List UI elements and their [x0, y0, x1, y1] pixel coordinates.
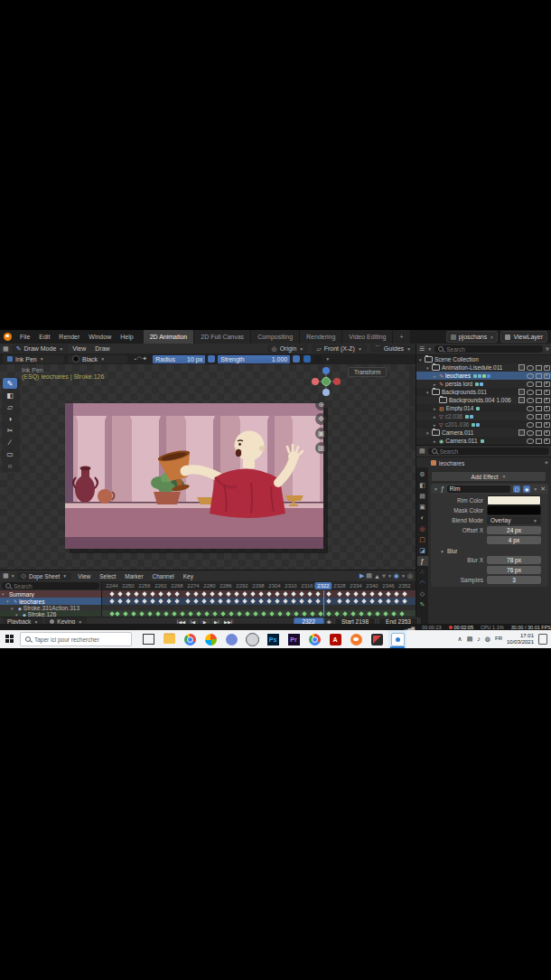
keyframe-object[interactable] — [201, 598, 207, 604]
outliner-item-label[interactable]: Backgrounds.011 — [442, 389, 487, 395]
snap-icon[interactable]: ◉ — [394, 572, 399, 580]
proportional-icon[interactable]: ◎ — [407, 572, 413, 580]
keyframe-layer[interactable] — [302, 611, 307, 617]
taskbar-app-krita[interactable] — [368, 630, 386, 648]
keyframe-layer[interactable] — [253, 611, 258, 617]
effect-menu-icon[interactable]: ▼ — [533, 486, 537, 492]
axis-z-neg[interactable] — [322, 389, 330, 396]
workspace-tab-video-editing[interactable]: Video Editing — [342, 330, 393, 344]
options-toggle[interactable] — [314, 355, 322, 363]
stroke-placement-dropdown[interactable]: ◎Origin▼ — [267, 344, 309, 353]
check-toggle-icon[interactable] — [518, 389, 525, 395]
camera-toggle-icon[interactable] — [544, 390, 550, 395]
keyframe-summary[interactable] — [242, 591, 247, 597]
outliner-row[interactable]: ▸▽c201.036 — [416, 420, 551, 429]
filter-icon[interactable]: ⩔ — [382, 572, 386, 580]
keyframe-summary[interactable] — [394, 591, 399, 597]
properties-tab-viewlayer[interactable]: ▣ — [417, 502, 428, 512]
camera-toggle-icon[interactable] — [544, 365, 550, 371]
menu-key[interactable]: Key — [179, 573, 198, 580]
sidebar-tab[interactable]: Transform — [348, 367, 387, 377]
keyframe-summary[interactable] — [210, 591, 215, 597]
keyframe-summary[interactable] — [345, 591, 350, 597]
properties-tab-render[interactable]: ◧ — [417, 480, 428, 490]
effect-panel-header[interactable]: ▼ ƒ Rim ▢ ◉ ▼ ✕ — [431, 484, 548, 494]
expand-icon[interactable]: ▾ — [11, 606, 16, 611]
blend-mode-dropdown[interactable]: Overlay▼ — [487, 516, 541, 524]
keyframe-layer[interactable] — [155, 611, 161, 617]
outliner-row[interactable]: ▾Backgrounds.011 — [416, 388, 551, 396]
viewport-camera-button[interactable]: ▣ — [315, 428, 327, 439]
check-toggle-icon[interactable] — [518, 429, 525, 436]
keyframe-summary[interactable] — [193, 591, 199, 597]
action-center-icon[interactable] — [538, 634, 547, 645]
workspace-tab-2d-animation[interactable]: 2D Animation — [144, 330, 195, 344]
screen-toggle-icon[interactable] — [536, 406, 542, 411]
keyframe-summary[interactable] — [134, 591, 139, 597]
samples-field[interactable]: 3 — [487, 576, 541, 584]
menu-channel[interactable]: Channel — [148, 573, 179, 580]
eye-toggle-icon[interactable] — [527, 390, 534, 395]
keyframe-layer[interactable] — [237, 611, 242, 617]
breadcrumb-object[interactable]: leochares — [439, 460, 464, 466]
keyframe-layer[interactable] — [109, 611, 115, 617]
onion-skin-icon[interactable]: ▤ — [366, 572, 372, 580]
menu-file[interactable]: File — [15, 334, 34, 340]
screen-toggle-icon[interactable] — [536, 373, 542, 379]
keyframe-object[interactable] — [234, 598, 239, 604]
taskbar-app-obs[interactable] — [243, 630, 261, 648]
guides-dropdown[interactable]: ⌒Guides▼ — [370, 344, 416, 353]
camera-toggle-icon[interactable] — [544, 430, 550, 436]
keyband-layer[interactable] — [101, 610, 416, 617]
keyframe-object[interactable] — [315, 598, 321, 604]
properties-editor-icon[interactable]: ▤ — [419, 448, 425, 455]
properties-tab-particles[interactable]: ∴ — [417, 567, 428, 577]
properties-tab-output[interactable]: ▤ — [417, 491, 428, 501]
editor-type-icon[interactable]: ▦ — [3, 345, 9, 353]
drawing-canvas[interactable] — [65, 403, 323, 549]
keyframe-object[interactable] — [326, 598, 332, 604]
outliner-filter-icon[interactable]: ⩔ — [546, 345, 549, 353]
viewport-ortho-button[interactable]: ▦ — [315, 442, 327, 454]
eye-toggle-icon[interactable] — [527, 398, 534, 403]
viewport-3d[interactable]: Ink Pen (ESQ) leochares | Stroke.126 ✎◧▱… — [0, 364, 416, 570]
keyframe-summary[interactable] — [275, 591, 280, 597]
workspace-tab-compositing[interactable]: Compositing — [251, 330, 300, 344]
keyframe-object[interactable] — [394, 598, 399, 604]
outliner-row[interactable]: ▾Animation-Lisedule.011 — [416, 363, 551, 372]
keyframe-layer[interactable] — [212, 611, 218, 617]
screen-toggle-icon[interactable] — [536, 365, 542, 371]
keyframe-layer[interactable] — [326, 611, 332, 617]
keyframe-object[interactable] — [185, 598, 191, 604]
keyframe-summary[interactable] — [326, 591, 332, 597]
keyframe-layer[interactable] — [115, 611, 120, 617]
keyframe-layer[interactable] — [285, 611, 291, 617]
workspace-tab--[interactable]: + — [393, 330, 410, 344]
taskbar-app-photos[interactable] — [201, 630, 219, 648]
keyframe-layer[interactable] — [367, 611, 372, 617]
keyframe-object[interactable] — [210, 598, 215, 604]
channel-action[interactable]: ▾◆Stroke.331Action.313 — [0, 605, 101, 611]
keyframe-layer[interactable] — [350, 611, 356, 617]
outliner-item-label[interactable]: persia lord — [445, 381, 472, 387]
keyframe-object[interactable] — [275, 598, 280, 604]
viewport-zoom-button[interactable]: ⊕ — [315, 399, 327, 410]
tool-fill[interactable]: ◧ — [3, 390, 17, 400]
keyframe-object[interactable] — [117, 598, 123, 604]
keyframe-summary[interactable] — [369, 591, 375, 597]
offset-x-field[interactable]: 24 px — [487, 526, 541, 534]
keyframe-summary[interactable] — [283, 591, 288, 597]
screen-toggle-icon[interactable] — [536, 422, 542, 428]
menu-render[interactable]: Render — [54, 334, 84, 340]
keyframe-object[interactable] — [307, 598, 313, 604]
timeline-ruler[interactable]: 2244225022562262226822742280228622922298… — [101, 581, 416, 590]
screen-toggle-icon[interactable] — [536, 382, 542, 387]
panel-expand-icon[interactable]: ▼ — [434, 486, 438, 492]
material-dropdown[interactable]: Black▼ — [68, 355, 127, 363]
tray-language-icon[interactable]: FR — [495, 636, 502, 643]
axis-x-neg[interactable] — [312, 378, 319, 385]
eye-toggle-icon[interactable] — [527, 438, 534, 444]
keyframe-summary[interactable] — [386, 591, 391, 597]
keyframe-summary[interactable] — [126, 591, 131, 597]
keyframe-summary[interactable] — [307, 591, 313, 597]
